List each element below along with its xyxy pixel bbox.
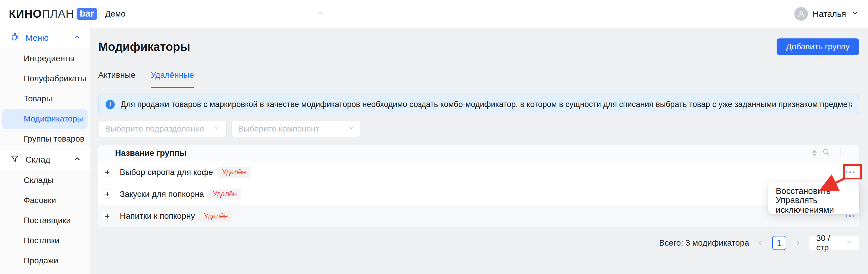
tabs: Активные Удалённые [98, 70, 859, 88]
info-icon: i [105, 100, 115, 109]
component-filter-placeholder: Выберите компонент [238, 124, 347, 134]
funnel-icon [10, 154, 20, 166]
division-filter-select[interactable]: Выберите подразделение [98, 121, 226, 137]
logo-text-kino: КИНО [9, 8, 42, 21]
sidebar-section-menu[interactable]: Меню [0, 28, 90, 48]
expand-row-icon[interactable] [103, 212, 112, 221]
sidebar-item-ingredients[interactable]: Ингредиенты [0, 48, 90, 69]
component-filter-select[interactable]: Выберите компонент [231, 121, 361, 137]
table-header: Название группы [98, 145, 859, 161]
modifier-groups-table: Название группы Выбор сиропа для кофе Уд… [98, 145, 859, 227]
more-actions-icon[interactable] [844, 169, 856, 176]
search-icon[interactable] [822, 148, 831, 158]
row-context-menu: Восстановить Управлять исключениями [768, 182, 859, 214]
sidebar-submenu-menu: Ингредиенты Полуфабрикаты Товары Модифик… [0, 48, 90, 149]
sidebar-submenu-stock: Склады Фасовки Поставщики Поставки Прода… [0, 170, 90, 274]
page-number-button[interactable]: 1 [772, 236, 786, 250]
sidebar-item-suppliers[interactable]: Поставщики [0, 210, 90, 231]
table-row: Закуски для попкорна Удалён [98, 183, 859, 205]
chevron-down-icon [316, 9, 324, 19]
expand-row-icon[interactable] [103, 190, 112, 199]
group-name: Закуски для попкорна [120, 190, 204, 199]
coffee-cup-icon [10, 32, 20, 44]
expand-row-icon[interactable] [103, 168, 112, 177]
pagination-total: Всего: 3 модификатора [659, 238, 749, 248]
group-name: Напитки к попкорну [120, 211, 195, 221]
organization-select-value: Демо [105, 9, 316, 19]
sidebar-item-packings[interactable]: Фасовки [0, 190, 90, 210]
sidebar-item-goods[interactable]: Товары [0, 89, 90, 109]
group-name: Выбор сиропа для кофе [120, 168, 213, 177]
chevron-down-icon [347, 124, 354, 134]
logo-text-plan: ПЛАН [42, 8, 74, 21]
user-avatar [794, 7, 808, 21]
sidebar-item-goods-groups[interactable]: Группы товаров [0, 129, 90, 149]
chevron-up-icon [73, 33, 81, 43]
tab-deleted[interactable]: Удалённые [151, 70, 194, 88]
sidebar: КИНОПЛАН bar Меню Ингредиенты Полуфабрик… [0, 0, 90, 274]
chevron-down-icon [213, 124, 220, 134]
status-badge: Удалён [217, 167, 250, 178]
status-badge: Удалён [199, 211, 232, 222]
column-header-group-name: Название группы [115, 148, 812, 158]
sidebar-section-menu-label: Меню [25, 33, 73, 43]
division-filter-placeholder: Выберите подразделение [105, 124, 213, 134]
table-row: Выбор сиропа для кофе Удалён [98, 161, 859, 183]
logo-bar-badge: bar [76, 8, 97, 20]
page-size-select[interactable]: 30 / стр. [809, 236, 859, 250]
tab-active[interactable]: Активные [98, 70, 135, 88]
add-group-button[interactable]: Добавить группу [777, 38, 859, 55]
main-content: Модификаторы Добавить группу Активные Уд… [91, 28, 868, 274]
user-menu[interactable]: Наталья [794, 7, 859, 21]
organization-select[interactable]: Демо [98, 6, 330, 22]
sidebar-item-warehouses[interactable]: Склады [0, 170, 90, 190]
status-badge: Удалён [209, 189, 241, 200]
info-banner-text: Для продажи товаров с маркировкой в каче… [121, 100, 852, 109]
page-title: Модификаторы [98, 40, 190, 54]
app-logo[interactable]: КИНОПЛАН bar [0, 0, 90, 28]
sidebar-item-sales[interactable]: Продажи [0, 251, 90, 271]
sidebar-section-stock[interactable]: Склад [0, 149, 90, 170]
context-menu-item-manage-exceptions[interactable]: Управлять исключениями [768, 198, 859, 212]
pagination: Всего: 3 модификатора 1 30 / стр. [98, 236, 859, 250]
next-page-icon[interactable] [794, 239, 802, 247]
sort-icon[interactable] [812, 150, 817, 157]
sidebar-item-supplies[interactable]: Поставки [0, 231, 90, 251]
sidebar-item-semifinished[interactable]: Полуфабрикаты [0, 69, 90, 89]
user-name: Наталья [813, 9, 846, 19]
chevron-up-icon [73, 155, 81, 165]
table-row: Напитки к попкорну Удалён [98, 205, 859, 227]
topbar: Демо Наталья [91, 0, 868, 28]
info-banner: i Для продажи товаров с маркировкой в ка… [98, 95, 859, 114]
sidebar-section-stock-label: Склад [25, 155, 73, 165]
header-divider [840, 149, 841, 158]
page-size-value: 30 / стр. [816, 234, 846, 252]
chevron-down-icon [846, 238, 853, 248]
sidebar-item-modifiers[interactable]: Модификаторы [2, 109, 88, 129]
previous-page-icon[interactable] [757, 239, 765, 247]
chevron-down-icon [851, 9, 859, 19]
